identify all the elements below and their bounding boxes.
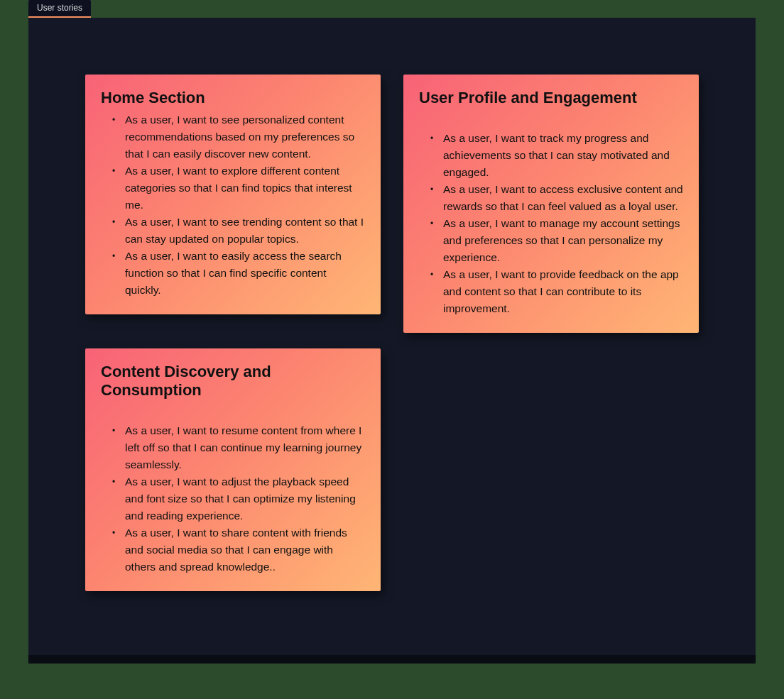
list-item: As a user, I want to access exclusive co… xyxy=(440,181,683,215)
list-item: As a user, I want to see trending conten… xyxy=(122,214,365,248)
tab-user-stories[interactable]: User stories xyxy=(28,0,91,18)
canvas-bottom-edge xyxy=(28,655,756,664)
list-item: As a user, I want to explore different c… xyxy=(122,163,365,214)
card-list: As a user, I want to resume content from… xyxy=(101,422,365,576)
card-title: User Profile and Engagement xyxy=(419,89,683,107)
right-column: User Profile and Engagement As a user, I… xyxy=(403,75,699,333)
card-list: As a user, I want to track my progress a… xyxy=(419,130,683,317)
list-item: As a user, I want to provide feedback on… xyxy=(440,266,683,317)
card-user-profile: User Profile and Engagement As a user, I… xyxy=(403,75,699,333)
list-item: As a user, I want to manage my account s… xyxy=(440,215,683,266)
document-canvas: Home Section As a user, I want to see pe… xyxy=(28,18,756,655)
list-item: As a user, I want to share content with … xyxy=(122,524,365,576)
card-content-discovery: Content Discovery and Consumption As a u… xyxy=(85,348,381,591)
card-columns: Home Section As a user, I want to see pe… xyxy=(85,75,699,591)
card-title: Content Discovery and Consumption xyxy=(101,363,365,400)
list-item: As a user, I want to see personalized co… xyxy=(122,111,365,163)
list-item: As a user, I want to adjust the playback… xyxy=(122,473,365,524)
list-item: As a user, I want to easily access the s… xyxy=(122,248,365,299)
card-title: Home Section xyxy=(101,89,365,107)
card-home-section: Home Section As a user, I want to see pe… xyxy=(85,75,381,314)
list-item: As a user, I want to resume content from… xyxy=(122,422,365,473)
card-list: As a user, I want to see personalized co… xyxy=(101,111,365,299)
left-column: Home Section As a user, I want to see pe… xyxy=(85,75,381,591)
list-item: As a user, I want to track my progress a… xyxy=(440,130,683,181)
